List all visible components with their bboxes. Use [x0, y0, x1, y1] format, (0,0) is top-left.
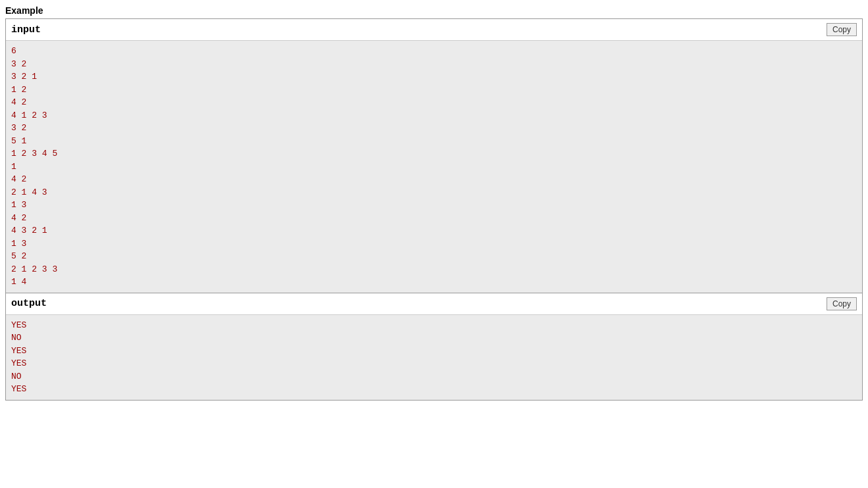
- example-container: input Copy 6 3 2 3 2 1 1 2 4 2 4 1 2 3 3…: [5, 18, 863, 401]
- input-content: 6 3 2 3 2 1 1 2 4 2 4 1 2 3 3 2 5 1 1 2 …: [6, 41, 862, 293]
- example-title: Example: [5, 5, 863, 16]
- input-label: input: [11, 24, 41, 36]
- output-copy-button[interactable]: Copy: [827, 297, 857, 310]
- input-copy-button[interactable]: Copy: [827, 23, 857, 36]
- input-section-header: input Copy: [6, 19, 862, 41]
- output-label: output: [11, 298, 47, 309]
- output-content: YES NO YES YES NO YES: [6, 315, 862, 400]
- output-section-header: output Copy: [6, 293, 862, 315]
